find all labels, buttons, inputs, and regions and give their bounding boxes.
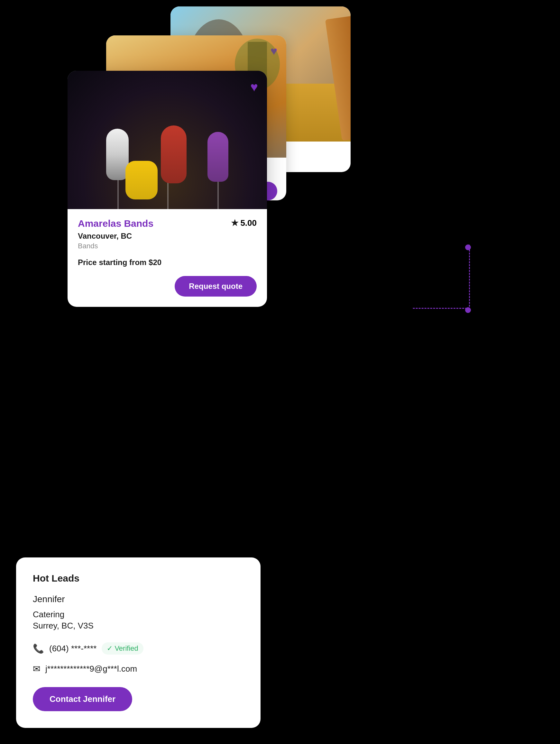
email-icon: ✉ xyxy=(33,664,40,674)
performer-right xyxy=(208,132,228,182)
card-front-info: Amarelas Bands ★ 5.00 Vancouver, BC Band… xyxy=(68,209,267,307)
hot-leads-person-name: Jennifer xyxy=(33,594,244,604)
hot-leads-email-row: ✉ j*************9@g***l.com xyxy=(33,664,244,674)
hot-leads-service: Catering xyxy=(33,609,244,620)
verified-badge: ✓ Verified xyxy=(102,642,143,655)
hot-leads-title: Hot Leads xyxy=(33,573,244,584)
band-name: Amarelas Bands xyxy=(78,218,153,229)
contact-jennifer-button[interactable]: Contact Jennifer xyxy=(33,687,132,711)
card-mid-heart-icon[interactable]: ♥ xyxy=(270,44,277,58)
verified-label: Verified xyxy=(114,644,138,653)
card-front-star-icon: ★ xyxy=(231,218,238,228)
hot-leads-email: j*************9@g***l.com xyxy=(45,664,137,674)
card-front-photo: ♥ xyxy=(68,71,267,209)
card-front-request-btn[interactable]: Request quote xyxy=(175,276,257,297)
card-front-heart-icon[interactable]: ♥ xyxy=(250,80,258,94)
card-front-price: Price starting from $20 xyxy=(78,258,257,267)
hot-leads-panel: Hot Leads Jennifer Catering Surrey, BC, … xyxy=(16,557,261,728)
card-stack: ♥ ★ 4.90 ♥ ★ 3.90 est quote xyxy=(0,0,560,744)
performer-center xyxy=(161,125,187,183)
connector-dot-bottom xyxy=(465,307,471,313)
connector-dot-top xyxy=(465,245,471,250)
card-front-title-row: Amarelas Bands ★ 5.00 xyxy=(78,218,257,229)
check-icon: ✓ xyxy=(107,644,113,653)
card-front-rating-row: ★ 5.00 xyxy=(231,218,257,228)
card-front-category: Bands xyxy=(78,242,257,250)
hot-leads-phone-row: 📞 (604) ***-**** ✓ Verified xyxy=(33,642,244,655)
card-front: ♥ Amarelas Bands ★ 5.00 Vancouver, BC Ba… xyxy=(68,71,267,307)
hot-leads-location: Surrey, BC, V3S xyxy=(33,621,244,631)
card-back-heart-icon[interactable]: ♥ xyxy=(335,15,342,29)
card-front-rating: 5.00 xyxy=(240,218,257,228)
connector-line xyxy=(412,245,470,309)
card-front-location: Vancouver, BC xyxy=(78,232,257,240)
phone-icon: 📞 xyxy=(33,643,44,654)
performer-front xyxy=(125,161,158,199)
hot-leads-phone: (604) ***-**** xyxy=(49,644,97,654)
